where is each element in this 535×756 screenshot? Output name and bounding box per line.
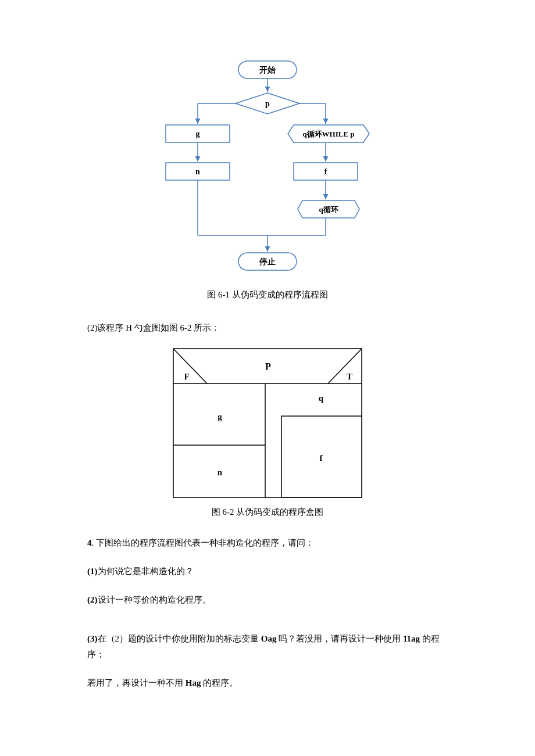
flow-loop-head: q循环WHILE p [302, 130, 354, 138]
ns-q: q [319, 393, 324, 403]
sub3-11ag: 11ag [403, 634, 420, 643]
question-sub-3: (3)在（2）题的设计中你使用附加的标志变量 Oag 吗？若没用，请再设计一种使… [87, 631, 448, 662]
sub2-text: 设计一种等价的构造化程序。 [98, 595, 211, 604]
ns-P: P [265, 361, 271, 371]
sub4-b: 的程序。 [201, 678, 238, 687]
sub2-prefix: (2) [87, 595, 98, 604]
sub3-prefix: (3) [87, 634, 98, 643]
sub4-a: 若用了，再设计一种不用 [87, 678, 186, 687]
ns-caption: 图 6-2 从伪码变成的程序盒图 [87, 504, 448, 520]
question-sub-1: (1)为何说它是非构造化的？ [87, 564, 448, 579]
question-4-body: . 下图给出的程序流程图代表一种非构造化的程序，请问： [92, 538, 315, 547]
sub3-b: 吗？若没用，请再设计一种使用 [276, 634, 403, 643]
sub3-a: 在（2）题的设计中你使用附加的标志变量 [98, 634, 261, 643]
flow-g: g [196, 130, 200, 138]
flowchart-caption: 图 6-1 从伪码变成的程序流程图 [87, 287, 448, 303]
question-sub-4: 若用了，再设计一种不用 Hag 的程序。 [87, 675, 448, 691]
question-4: 4. 下图给出的程序流程图代表一种非构造化的程序，请问： [87, 535, 448, 551]
ns-g: g [217, 412, 222, 421]
question-sub-2: (2)设计一种等价的构造化程序。 [87, 592, 448, 608]
sub3-oag: Oag [261, 634, 277, 643]
flow-loop-tail: q循环 [319, 205, 338, 214]
question-4-num: 4 [87, 538, 92, 547]
flow-n: n [195, 167, 200, 176]
paragraph-1: (2)该程序 H 勺盒图如图 6-2 所示： [87, 320, 448, 336]
flow-stop: 停止 [259, 257, 276, 266]
flowchart-6-1: 开始 p g q循环WHILE p n f q循环 停止 [151, 58, 384, 279]
flow-start: 开始 [259, 66, 276, 74]
flow-decision: p [265, 99, 270, 108]
sub4-hag: Hag [186, 678, 201, 687]
sub1-text: 为何说它是非构造化的？ [98, 567, 194, 576]
ns-F: F [184, 372, 189, 381]
ns-T: T [347, 372, 352, 381]
flow-f: f [324, 167, 327, 176]
ns-n: n [217, 468, 223, 477]
sub1-prefix: (1) [87, 567, 98, 576]
ns-diagram-6-2: P F T g n q f [172, 347, 363, 499]
